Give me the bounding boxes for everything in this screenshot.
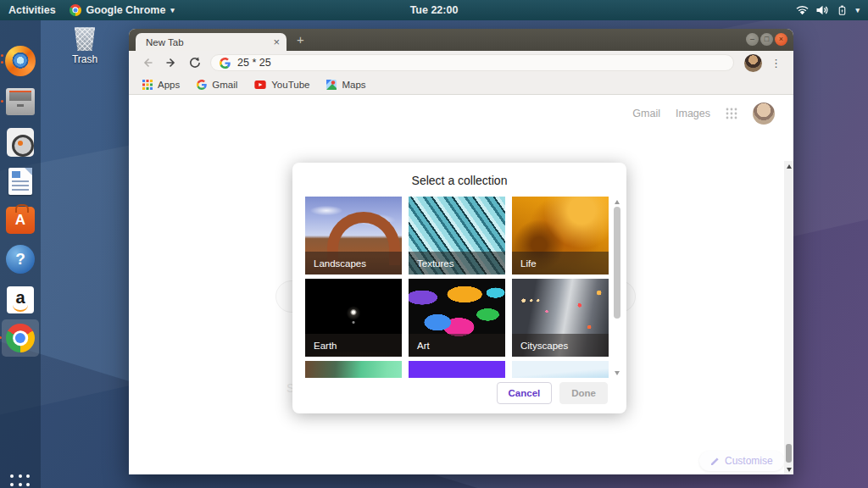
dialog-title: Select a collection <box>292 174 626 187</box>
firefox-icon <box>5 46 36 76</box>
collection-tile[interactable] <box>305 361 402 378</box>
bookmark-youtube[interactable]: YouTube <box>254 80 309 90</box>
tile-label: Textures <box>409 252 505 274</box>
address-bar[interactable]: 25 * 25 <box>210 54 734 71</box>
dock-item-chrome[interactable] <box>2 319 39 357</box>
bookmark-apps[interactable]: Apps <box>142 80 180 90</box>
scroll-up-icon[interactable] <box>615 200 620 204</box>
trash-shortcut[interactable]: Trash <box>64 25 105 65</box>
google-g-icon <box>197 80 207 90</box>
dock-item-files[interactable] <box>5 86 36 117</box>
gmail-link[interactable]: Gmail <box>632 108 660 119</box>
dock-item-writer[interactable] <box>5 166 36 197</box>
dock-item-help[interactable]: ? <box>5 244 36 274</box>
ubuntu-top-bar: Activities Google Chrome ▾ Tue 22:00 ▾ <box>0 0 868 20</box>
tile-label: Landscapes <box>305 252 402 274</box>
running-indicator <box>1 54 3 57</box>
bookmark-gmail[interactable]: Gmail <box>197 80 237 90</box>
scroll-up-icon[interactable] <box>787 164 792 169</box>
profile-avatar[interactable] <box>753 103 775 125</box>
tile-label: Life <box>512 252 609 274</box>
dock-item-amazon[interactable]: a <box>5 285 36 315</box>
new-tab-button[interactable]: + <box>297 32 304 47</box>
done-button[interactable]: Done <box>559 382 608 404</box>
google-g-icon <box>220 58 231 69</box>
dock-item-firefox[interactable] <box>5 46 36 76</box>
bookmark-maps[interactable]: Maps <box>326 80 365 90</box>
bookmark-label: YouTube <box>271 80 309 90</box>
tab-bar: New Tab × + – □ × <box>129 29 793 51</box>
collection-tile-earth[interactable]: Earth <box>305 279 402 357</box>
wifi-icon <box>796 5 809 15</box>
pencil-icon <box>710 457 720 466</box>
back-icon <box>142 57 153 69</box>
files-icon <box>6 88 35 115</box>
libreoffice-writer-icon <box>8 168 32 195</box>
forward-button[interactable] <box>165 57 177 69</box>
help-icon: ? <box>6 245 35 274</box>
chrome-icon <box>6 324 35 352</box>
collection-tile[interactable] <box>409 361 505 378</box>
youtube-icon <box>254 80 266 89</box>
dock-item-software[interactable]: A <box>5 205 36 236</box>
tab-title: New Tab <box>146 37 184 47</box>
running-indicator <box>1 100 3 103</box>
chevron-down-icon: ▾ <box>170 7 175 14</box>
app-menu[interactable]: Google Chrome ▾ <box>70 4 175 16</box>
forward-icon <box>165 57 177 69</box>
running-indicator <box>1 61 3 64</box>
tile-label: Art <box>409 334 505 357</box>
back-button[interactable] <box>142 57 153 69</box>
collection-tile[interactable] <box>512 361 609 378</box>
tile-label: Cityscapes <box>512 334 609 357</box>
activities-button[interactable]: Activities <box>8 4 56 16</box>
collection-tile-landscapes[interactable]: Landscapes <box>305 197 402 274</box>
dialog-scrollbar[interactable] <box>612 197 621 378</box>
close-button[interactable]: × <box>775 33 787 46</box>
collection-tile-textures[interactable]: Textures <box>409 197 505 274</box>
collection-grid: Landscapes Textures Life Earth Art Citys… <box>305 197 609 378</box>
chevron-down-icon: ▾ <box>855 7 860 14</box>
show-applications-icon[interactable] <box>10 474 31 488</box>
volume-icon <box>816 5 829 15</box>
customise-button[interactable]: Customise <box>699 451 784 471</box>
collection-tile-cityscapes[interactable]: Cityscapes <box>512 279 609 357</box>
amazon-icon: a <box>7 286 34 313</box>
system-status-area[interactable]: ▾ <box>796 4 868 16</box>
close-icon[interactable]: × <box>273 36 280 47</box>
battery-icon <box>837 4 848 16</box>
scrollbar-thumb[interactable] <box>786 444 792 463</box>
collection-tile-life[interactable]: Life <box>512 197 609 274</box>
chrome-icon <box>70 4 81 16</box>
tab-new-tab[interactable]: New Tab × <box>136 33 287 51</box>
page-scrollbar[interactable] <box>784 161 793 474</box>
address-text: 25 * 25 <box>237 57 271 69</box>
maps-icon <box>326 80 337 90</box>
reload-button[interactable] <box>189 57 201 69</box>
ubuntu-dock: A ? a <box>0 20 41 488</box>
kebab-menu-icon[interactable]: ⋮ <box>765 57 787 69</box>
scroll-down-icon[interactable] <box>615 371 620 375</box>
customise-label: Customise <box>725 455 773 467</box>
bookmark-label: Gmail <box>212 80 237 90</box>
dock-item-music[interactable] <box>5 127 36 158</box>
minimize-button[interactable]: – <box>746 33 759 46</box>
cancel-button[interactable]: Cancel <box>497 382 553 404</box>
maximize-button[interactable]: □ <box>760 33 773 46</box>
apps-grid-icon <box>142 80 153 90</box>
tile-label: Earth <box>305 334 402 357</box>
bookmark-label: Apps <box>158 80 180 90</box>
images-link[interactable]: Images <box>676 108 710 119</box>
scroll-down-icon[interactable] <box>787 468 792 472</box>
trash-icon <box>72 25 97 51</box>
browser-toolbar: 25 * 25 ⋮ <box>129 51 793 75</box>
google-apps-icon[interactable] <box>726 108 737 119</box>
reload-icon <box>189 57 201 69</box>
profile-avatar[interactable] <box>744 54 762 72</box>
ubuntu-software-icon: A <box>6 207 35 234</box>
trash-label: Trash <box>64 53 105 65</box>
scrollbar-thumb[interactable] <box>614 207 620 319</box>
bookmarks-bar: Apps Gmail YouTube Maps <box>129 75 793 95</box>
collection-tile-art[interactable]: Art <box>409 279 505 357</box>
music-player-icon <box>7 128 34 157</box>
